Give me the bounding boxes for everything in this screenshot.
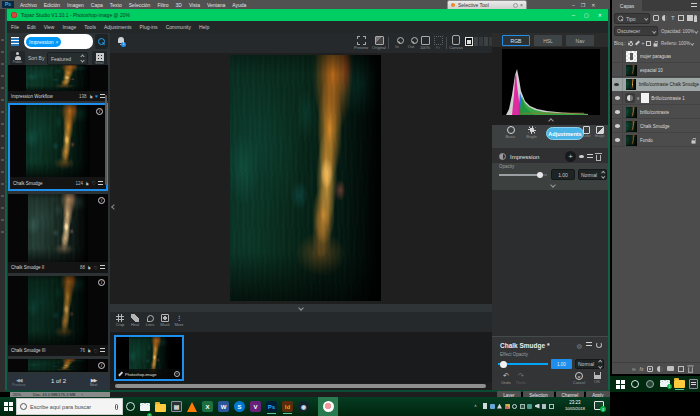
menu-archivo[interactable]: Archivo	[20, 2, 37, 8]
filmstrip-scrollbar[interactable]	[115, 384, 486, 388]
secondary-explorer-icon[interactable]	[674, 378, 685, 388]
menu-texto[interactable]: Texto	[110, 2, 122, 8]
search-tag-remove-icon[interactable]: ×	[55, 39, 58, 45]
lock-artboard-icon[interactable]	[646, 41, 651, 46]
impression-visibility-icon[interactable]	[579, 155, 584, 159]
sidebar-small-view-button[interactable]: Small	[92, 51, 107, 66]
blend-mode-dropdown[interactable]: Oscurecer	[614, 26, 658, 36]
tray-icon-4[interactable]	[505, 404, 510, 409]
taskbar-mail-icon[interactable]: 1	[140, 398, 150, 416]
new-layer-icon[interactable]	[678, 366, 684, 372]
menu-edicion[interactable]: Edición	[44, 2, 60, 8]
menu-filtro[interactable]: Filtro	[157, 2, 168, 8]
filter-adjustment-icon[interactable]	[662, 15, 668, 21]
link-layers-icon[interactable]: ∞	[632, 366, 636, 372]
lens-tool-button[interactable]: Lens	[143, 314, 157, 327]
topaz-menu-help[interactable]: Help	[199, 24, 209, 30]
topaz-menu-edit[interactable]: Edit	[27, 24, 36, 30]
color-button[interactable]: Color	[581, 126, 592, 138]
taskbar-skype-icon[interactable]: S	[234, 401, 245, 412]
effect-menu-icon[interactable]	[586, 342, 592, 348]
new-adjustment-icon[interactable]	[657, 366, 663, 372]
favorite-icon[interactable]: ♥	[95, 93, 98, 99]
impression-toggle-icon[interactable]	[499, 153, 506, 160]
menu-seleccion[interactable]: Selección	[129, 2, 151, 8]
notification-center-button[interactable]: 3	[594, 401, 604, 410]
effect-opacity-slider[interactable]	[498, 363, 548, 365]
topaz-close-button[interactable]: ✕	[598, 12, 602, 18]
view-single-button[interactable]	[465, 37, 473, 46]
lock-all-icon[interactable]	[654, 43, 658, 46]
layer-row-fondo[interactable]: Fondo	[612, 134, 700, 147]
layer-visibility-icon[interactable]	[615, 110, 620, 114]
basic-button[interactable]: Basic	[503, 126, 518, 139]
tab-rgb[interactable]: RGB	[502, 35, 530, 46]
favorite-icon[interactable]: ♡	[94, 265, 98, 271]
preset-menu-icon[interactable]	[100, 348, 105, 353]
tray-icon-5[interactable]	[512, 404, 517, 409]
preset-item-partial[interactable]: i	[8, 359, 108, 372]
filter-pin-icon[interactable]	[694, 15, 697, 22]
layer-visibility-icon[interactable]	[615, 138, 620, 142]
layer-visibility-icon[interactable]	[615, 124, 620, 128]
sidebar-search-button[interactable]	[95, 34, 108, 49]
taskbar-clock[interactable]: 23:23 10/05/2018	[560, 400, 590, 411]
info-icon[interactable]: i	[98, 279, 105, 286]
effect-link-icon[interactable]: ◎	[577, 342, 582, 349]
layer-row-espacial-10[interactable]: espacial 10	[612, 64, 700, 77]
impression-blend-dropdown[interactable]: Normal	[578, 169, 607, 180]
taskbar-excel-icon[interactable]: X	[202, 401, 213, 412]
zoom-out-button[interactable]: Out	[404, 36, 418, 49]
secondary-notepad-icon[interactable]	[689, 379, 698, 389]
taskbar-cortana-icon[interactable]	[126, 402, 135, 411]
impression-add-button[interactable]: +	[565, 151, 576, 162]
taskbar-topaz-active[interactable]	[318, 397, 338, 416]
impression-menu-icon[interactable]	[587, 154, 593, 160]
menu-ayuda[interactable]: Ayuda	[232, 2, 246, 8]
filter-shape-icon[interactable]	[678, 15, 684, 21]
topaz-menu-community[interactable]: Community	[166, 24, 191, 30]
pagination-next-button[interactable]: ▶▶ Next	[90, 377, 97, 387]
view-side-button[interactable]	[479, 37, 483, 46]
tray-icon-6[interactable]	[520, 404, 525, 409]
search-tag[interactable]: Impression ×	[26, 37, 61, 47]
effect-blend-dropdown[interactable]: Normal	[575, 359, 604, 369]
bright-button[interactable]: Bright	[524, 126, 539, 139]
pagination-previous-button[interactable]: ◀◀ Previous	[12, 377, 26, 387]
tab-nav[interactable]: Nav	[566, 35, 594, 46]
original-button[interactable]: Original	[371, 36, 387, 50]
secondary-cortana-icon[interactable]	[631, 380, 639, 388]
preset-item-chalk-smudge-iii[interactable]: i Chalk Smudge III 76 ☛ ♡	[8, 276, 108, 356]
tray-icon-10[interactable]	[549, 404, 554, 409]
impression-opacity-handle[interactable]	[537, 172, 543, 178]
layer-row-brillo-chalk-ii[interactable]: brillo/contraste Chalk Smudge II	[612, 78, 700, 91]
layer-visibility-icon[interactable]	[615, 96, 620, 100]
layer-visibility-icon[interactable]	[614, 83, 619, 87]
sidebar-search-field[interactable]: Impression ×	[24, 34, 93, 49]
tray-icon-9[interactable]	[542, 404, 546, 409]
taskbar-explorer-icon[interactable]	[155, 398, 166, 416]
sort-by-dropdown[interactable]: Featured	[47, 52, 88, 65]
sidebar-scrollbar[interactable]	[105, 95, 107, 185]
taskbar-vlc-icon[interactable]	[187, 402, 197, 412]
zoom-fit-button[interactable]: Fit	[432, 36, 444, 50]
filter-smart-icon[interactable]	[687, 15, 693, 21]
preset-item-impression-workflow[interactable]: Impression Workflow 138 ☛ ♥	[8, 65, 108, 101]
tray-icon-2[interactable]	[490, 404, 495, 409]
view-split-button[interactable]	[474, 37, 478, 46]
sidebar-menu-button[interactable]	[8, 34, 22, 49]
zoom-in-button[interactable]: In	[390, 36, 404, 49]
topaz-menu-plugins[interactable]: Plug-ins	[140, 24, 158, 30]
filter-type-icon[interactable]: T	[671, 15, 675, 21]
adjustments-button[interactable]: Adjustments	[546, 127, 584, 140]
ps-minimize-button[interactable]: –	[572, 2, 575, 8]
tab-capas[interactable]: Capas	[612, 0, 642, 11]
layer-effects-icon[interactable]: fx	[640, 366, 644, 372]
lock-brush-icon[interactable]	[635, 41, 640, 46]
layer-row-brillo-contraste[interactable]: brillo/contraste	[612, 106, 700, 119]
taskbar-vs-icon[interactable]: V	[250, 401, 261, 412]
undo-button[interactable]: ↶ Undo	[500, 372, 512, 385]
topaz-menu-adjustments[interactable]: Adjustments	[104, 24, 132, 30]
layer-row-brillo-contraste-1[interactable]: 8 Brillo/contraste 1	[612, 92, 700, 105]
taskbar-notepad-icon[interactable]: ▤	[171, 401, 182, 412]
